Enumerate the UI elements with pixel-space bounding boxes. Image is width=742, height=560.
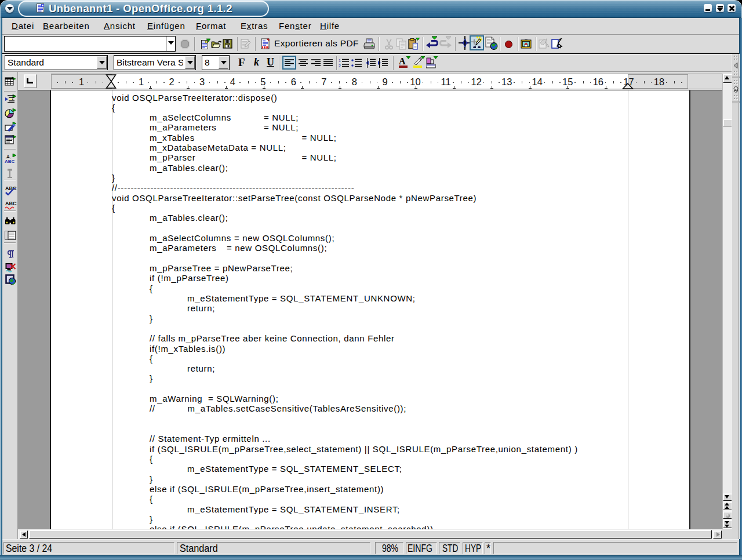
svg-text:1: 1 (339, 59, 341, 63)
svg-text:A: A (399, 56, 406, 66)
svg-text:ABC: ABC (5, 159, 15, 163)
svg-text:2: 2 (339, 64, 341, 68)
svg-text:ABC: ABC (5, 201, 17, 206)
